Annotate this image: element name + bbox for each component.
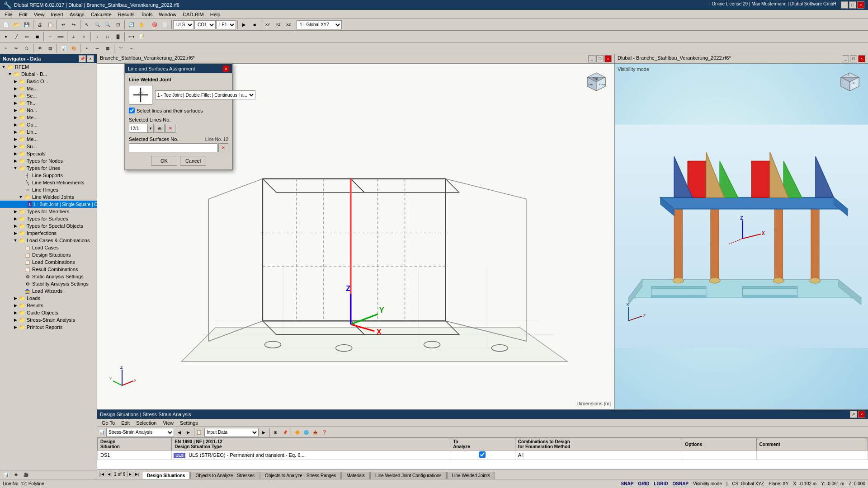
ok-button[interactable]: OK	[151, 156, 177, 166]
menu-results[interactable]: Results	[115, 11, 137, 18]
view-xz-button[interactable]: XZ	[283, 20, 293, 30]
nav-expand-go[interactable]: ▶	[13, 310, 18, 315]
nav-item-members2[interactable]: ▶ 📁 Me...	[0, 136, 97, 143]
surface-tool[interactable]: ▭	[22, 32, 32, 42]
contour-button[interactable]: 〰	[116, 43, 126, 53]
nav-item-line-supports[interactable]: ▶ ┤ Line Supports	[0, 172, 97, 179]
nav-item-results[interactable]: ▶ 📁 Results	[0, 302, 97, 309]
clear-surfaces-button[interactable]: ×	[218, 143, 228, 152]
menu-cad-bim[interactable]: CAD-BIM	[180, 11, 206, 18]
nav-item-printout[interactable]: ▶ 📁 Printout Reports	[0, 324, 97, 331]
print-button[interactable]: 🖨	[35, 20, 45, 30]
lv-max-button[interactable]: □	[596, 55, 604, 62]
nav-expand-sec[interactable]: ▶	[13, 93, 18, 99]
load-line-tool[interactable]: ↓↓	[103, 32, 113, 42]
page-prev-button[interactable]: ◀	[106, 471, 112, 477]
member-tool[interactable]: ─	[45, 32, 55, 42]
tab-line-welded-configs[interactable]: Line Welded Joint Configurations	[370, 472, 447, 479]
nav-item-butt-joint[interactable]: ▶ 1 1 - Butt Joint | Single Square | Con…	[0, 201, 97, 208]
rotate-button[interactable]: 🔄	[126, 20, 136, 30]
surface-results-button[interactable]: ▦	[103, 43, 113, 53]
support-tool[interactable]: ⊥	[69, 32, 79, 42]
nav-item-members[interactable]: ▶ 📁 Me...	[0, 114, 97, 121]
new-button[interactable]: 📄	[1, 20, 11, 30]
load-point-tool[interactable]: ↓	[92, 32, 102, 42]
nav-expand-pr[interactable]: ▶	[13, 324, 18, 330]
dialog-close-button[interactable]: ×	[223, 66, 229, 72]
bp-calc-button[interactable]: 🔶	[293, 428, 301, 436]
nav-item-materials[interactable]: ▶ 📁 Ma...	[0, 85, 97, 92]
bp-menu-goto[interactable]: Go To	[99, 419, 118, 427]
dialog-title-bar[interactable]: Line and Surfaces Assignment ×	[125, 64, 232, 73]
rv-max-button[interactable]: □	[850, 55, 857, 62]
nav-expand-lcc[interactable]: ▼	[13, 238, 18, 243]
deform-tool[interactable]: ≈	[1, 43, 11, 53]
print-prev-button[interactable]: 📋	[45, 20, 55, 30]
rv-min-button[interactable]: _	[842, 55, 849, 62]
nav-expand-re[interactable]: ▶	[13, 303, 18, 308]
member-set-tool[interactable]: ══	[56, 32, 66, 42]
zoom-in-button[interactable]: 🔍	[92, 20, 102, 30]
right-view-canvas[interactable]: X Z Z X	[615, 64, 868, 409]
tab-materials[interactable]: Materials	[341, 472, 370, 479]
nav-expand-tm[interactable]: ▶	[13, 209, 18, 214]
nav-expand-tl[interactable]: ▼	[13, 165, 18, 171]
dimension-tool[interactable]: ⟷	[126, 32, 136, 42]
nav-item-nodes[interactable]: ▶ 📁 No...	[0, 107, 97, 114]
bp-help-button[interactable]: ❓	[320, 428, 328, 436]
minimize-button[interactable]: _	[841, 1, 848, 9]
tab-objects-stresses[interactable]: Objects to Analyze - Stresses	[190, 472, 259, 479]
nav-expand-th[interactable]: ▶	[13, 100, 18, 106]
nav-item-line-welded[interactable]: ▼ 📁 Line Welded Joints	[0, 193, 97, 201]
nav-expand-no[interactable]: ▶	[13, 108, 18, 113]
bp-menu-selection[interactable]: Selection	[133, 419, 159, 427]
undo-button[interactable]: ↩	[58, 20, 68, 30]
joint-type-combo[interactable]: 1 - Tee Joint | Double Fillet | Continuo…	[155, 90, 255, 99]
nav-item-line-mesh[interactable]: ▶ ╲ Line Mesh Refinements	[0, 179, 97, 186]
close-button[interactable]: ×	[857, 1, 864, 9]
right-view-cube[interactable]: Z X	[836, 68, 863, 95]
status-osnap[interactable]: OSNAP	[672, 481, 689, 486]
bp-menu-edit[interactable]: Edit	[118, 419, 132, 427]
nav-pin-button[interactable]: 📌	[79, 55, 86, 62]
status-lgrid[interactable]: LGRID	[654, 481, 668, 486]
nav-expand-sp[interactable]: ▶	[13, 151, 18, 156]
nav-item-basic[interactable]: ▶ 📁 Basic O...	[0, 78, 97, 85]
bp-pin-button[interactable]: 📌	[281, 428, 289, 436]
select-surfaces-checkbox[interactable]	[129, 108, 135, 113]
menu-insert[interactable]: Insert	[48, 11, 66, 18]
bp-web-button[interactable]: 🌐	[302, 428, 310, 436]
menu-calculate[interactable]: Calculate	[88, 11, 114, 18]
nav-item-rfem[interactable]: ▼ 📁 RFEM	[0, 63, 97, 70]
surfaces-input[interactable]	[129, 143, 217, 152]
nav-item-load-combinations[interactable]: ▶ 📋 Load Combinations	[0, 258, 97, 266]
nav-item-dlubal[interactable]: ▼ 📁 Dlubal - B...	[0, 70, 97, 78]
load-surface-tool[interactable]: ▓	[113, 32, 123, 42]
nav-item-result-combinations[interactable]: ▶ 📋 Result Combinations	[0, 266, 97, 273]
nav-expand-dlubal[interactable]: ▼	[7, 71, 13, 77]
nav-expand-rfem[interactable]: ▼	[1, 64, 6, 70]
vector-button[interactable]: →	[126, 43, 136, 53]
zoom-fit-button[interactable]: ⊡	[113, 20, 123, 30]
bp-prev-button[interactable]: ◀	[175, 428, 183, 436]
open-button[interactable]: 📂	[11, 20, 21, 30]
nav-close-button[interactable]: ×	[87, 55, 94, 62]
show-all-button[interactable]: 👁	[35, 43, 45, 53]
menu-window[interactable]: Window	[156, 11, 179, 18]
uls-combo[interactable]: ULS	[173, 20, 194, 29]
nav-content[interactable]: ▼ 📁 RFEM ▼ 📁 Dlubal - B... ▶ 📁 Basic O..…	[0, 63, 97, 470]
nav-item-surfaces[interactable]: ▶ 📁 Su...	[0, 143, 97, 150]
nav-expand-ts[interactable]: ▶	[13, 216, 18, 221]
nav-item-load-wizards[interactable]: ▶ 🧙 Load Wizards	[0, 287, 97, 295]
annotation-tool[interactable]: 📝	[137, 32, 146, 42]
render-button[interactable]: 🎯	[150, 20, 160, 30]
select-button[interactable]: ↖	[82, 20, 92, 30]
co1-combo[interactable]: CO1	[194, 20, 216, 29]
clear-lines-button[interactable]: ×	[165, 124, 175, 133]
table-row-ds1[interactable]: DS1 ULS ULS (STR/GEO) - Permanent and tr…	[98, 450, 868, 460]
nav-expand-op[interactable]: ▶	[13, 122, 18, 127]
nav-item-specials[interactable]: ▶ 📁 Specials	[0, 150, 97, 157]
nav-item-stability-analysis[interactable]: ▶ ⚙ Stability Analysis Settings	[0, 280, 97, 287]
page-next-button[interactable]: ▶	[127, 471, 133, 477]
iso-tool[interactable]: ⬡	[22, 43, 32, 53]
